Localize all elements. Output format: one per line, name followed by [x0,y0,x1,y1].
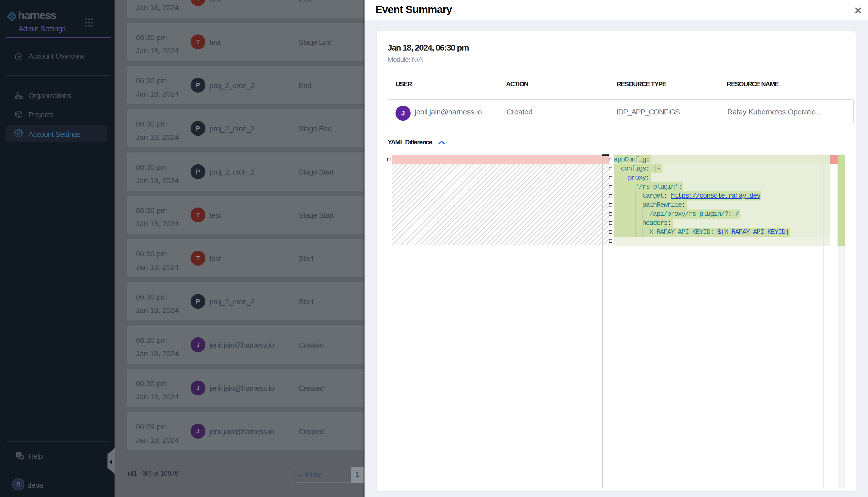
svg-text:?: ? [18,453,19,456]
